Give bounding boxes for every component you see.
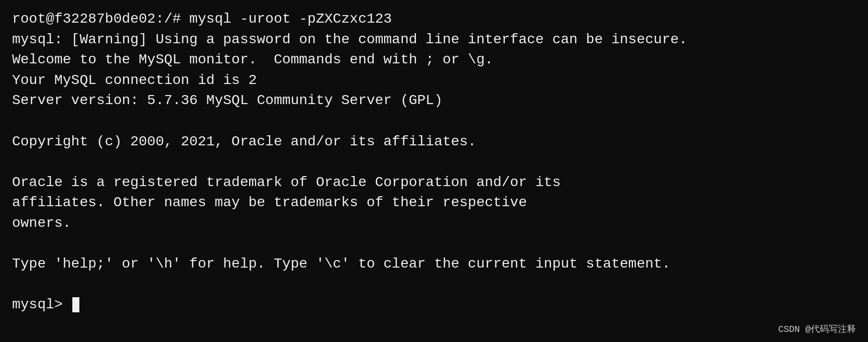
- terminal-line: Copyright (c) 2000, 2021, Oracle and/or …: [12, 132, 856, 152]
- terminal-line: root@f32287b0de02:/# mysql -uroot -pZXCz…: [12, 9, 856, 30]
- terminal-line: owners.: [12, 213, 856, 234]
- terminal-line: Oracle is a registered trademark of Orac…: [12, 173, 856, 193]
- terminal-line: Server version: 5.7.36 MySQL Community S…: [12, 91, 856, 111]
- terminal-line: affiliates. Other names may be trademark…: [12, 193, 856, 213]
- terminal-line: [12, 152, 856, 173]
- cursor: [72, 297, 79, 313]
- terminal-line: Type 'help;' or '\h' for help. Type '\c'…: [12, 254, 856, 275]
- terminal-line: [12, 275, 856, 295]
- watermark: CSDN @代码写注释: [778, 323, 856, 335]
- terminal-line: mysql: [Warning] Using a password on the…: [12, 30, 856, 50]
- prompt-text: mysql>: [12, 297, 71, 312]
- terminal-line: Welcome to the MySQL monitor. Commands e…: [12, 50, 856, 70]
- terminal-line: Your MySQL connection id is 2: [12, 70, 856, 91]
- terminal-output: root@f32287b0de02:/# mysql -uroot -pZXCz…: [12, 9, 856, 315]
- terminal-line: [12, 111, 856, 132]
- terminal-line: [12, 234, 856, 254]
- terminal-line: mysql>: [12, 295, 856, 315]
